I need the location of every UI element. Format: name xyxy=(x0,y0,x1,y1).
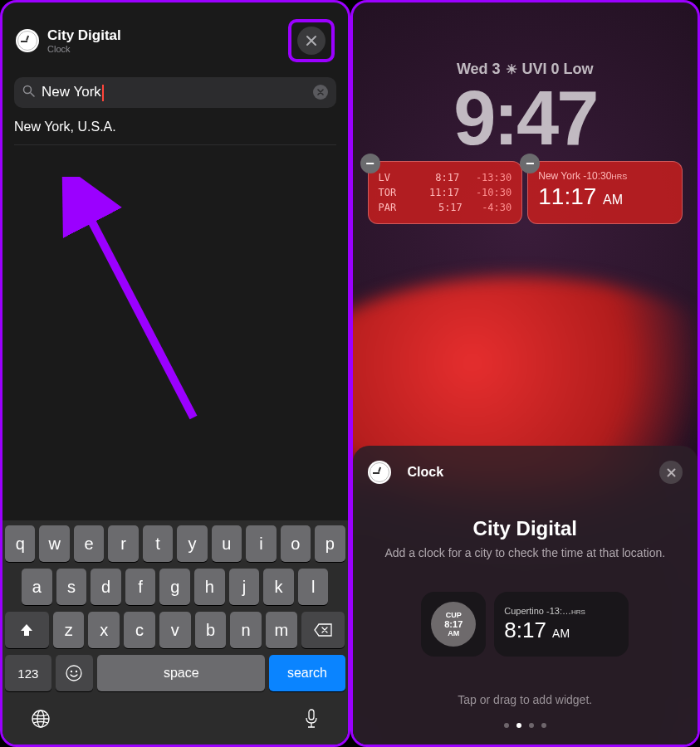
lockscreen-time[interactable]: 9:47 xyxy=(353,80,698,156)
key-e[interactable]: e xyxy=(74,525,104,562)
offset-label: -10:30 xyxy=(583,170,611,182)
key-x[interactable]: x xyxy=(88,612,120,648)
widget-option-medium[interactable]: Cupertino -13:…HRS 8:17 AM xyxy=(494,592,629,657)
key-u[interactable]: u xyxy=(212,525,242,562)
key-s[interactable]: s xyxy=(56,569,87,605)
key-f[interactable]: f xyxy=(125,569,156,605)
globe-key[interactable] xyxy=(30,708,51,735)
search-input[interactable]: New York xyxy=(42,84,313,101)
svg-point-4 xyxy=(71,671,72,672)
widget-option-small[interactable]: CUP 8:17 AM xyxy=(421,592,486,657)
widget-picker-sheet: Clock City Digital Add a clock for a cit… xyxy=(353,446,698,745)
svg-line-1 xyxy=(31,93,34,96)
svg-rect-9 xyxy=(309,710,314,720)
lockscreen-widgets-row: − LV8:17-13:30TOR11:17-10:30PAR5:17-4:30… xyxy=(368,161,683,224)
close-icon xyxy=(306,35,317,46)
world-clock-widget-newyork[interactable]: − New York -10:30HRS 11:17 AM xyxy=(527,161,683,224)
key-v[interactable]: v xyxy=(159,612,191,648)
time-label: 11:17 xyxy=(538,183,596,209)
hrs-label: HRS xyxy=(611,173,627,181)
emoji-key[interactable] xyxy=(56,655,94,691)
phone-left-city-search: City Digital Clock New York New York, U.… xyxy=(0,0,350,747)
page-dots[interactable] xyxy=(368,723,683,728)
search-key[interactable]: search xyxy=(269,655,345,691)
opt-am: AM xyxy=(552,627,570,640)
widget-description: Add a clock for a city to check the time… xyxy=(368,545,683,562)
search-field-row[interactable]: New York xyxy=(14,77,336,108)
close-highlight-box xyxy=(288,19,335,62)
key-r[interactable]: r xyxy=(108,525,138,562)
header-title-block: City Digital Clock xyxy=(47,27,121,54)
key-q[interactable]: q xyxy=(5,525,35,562)
opt-offset: -13:… xyxy=(546,606,571,616)
ampm-label: AM xyxy=(603,193,623,207)
close-button[interactable] xyxy=(297,27,326,55)
opt-am: AM xyxy=(448,629,459,637)
key-n[interactable]: n xyxy=(230,612,262,648)
result-new-york[interactable]: New York, U.S.A. xyxy=(14,120,336,145)
sheet-title: City Digital xyxy=(47,27,121,44)
emoji-icon xyxy=(65,664,83,682)
key-d[interactable]: d xyxy=(91,569,121,605)
svg-line-2 xyxy=(77,193,193,417)
key-c[interactable]: c xyxy=(124,612,155,648)
sheet-subtitle: Clock xyxy=(47,44,121,54)
clock-icon xyxy=(368,461,391,484)
backspace-icon xyxy=(314,623,332,637)
sheet-app-name: Clock xyxy=(408,465,444,480)
key-k[interactable]: k xyxy=(263,569,294,605)
key-w[interactable]: w xyxy=(39,525,69,562)
key-l[interactable]: l xyxy=(298,569,329,605)
key-h[interactable]: h xyxy=(194,569,225,605)
shift-key[interactable] xyxy=(5,612,49,648)
key-p[interactable]: p xyxy=(315,525,345,562)
key-m[interactable]: m xyxy=(266,612,297,648)
widget-name: City Digital xyxy=(368,517,683,540)
key-b[interactable]: b xyxy=(195,612,227,648)
numbers-key[interactable]: 123 xyxy=(5,655,51,691)
widget-city-row: TOR11:17-10:30 xyxy=(379,185,512,200)
city-label: New York xyxy=(538,170,580,182)
ios-keyboard: qwertyuiop asdfghjkl zxcvbnm 123 space s… xyxy=(2,520,348,745)
key-z[interactable]: z xyxy=(53,612,85,648)
backspace-key[interactable] xyxy=(301,612,345,648)
widget-city-row: PAR5:17-4:30 xyxy=(379,200,512,215)
svg-point-5 xyxy=(76,671,77,672)
key-o[interactable]: o xyxy=(281,525,311,562)
hrs-label: HRS xyxy=(571,608,585,616)
lockscreen-top: Wed 3 ☀ UVI 0 Low 9:47 xyxy=(353,2,698,156)
shift-icon xyxy=(19,622,34,637)
svg-point-0 xyxy=(24,86,32,94)
key-j[interactable]: j xyxy=(229,569,260,605)
close-icon xyxy=(667,468,676,477)
opt-time: 8:17 xyxy=(444,619,463,629)
annotation-arrow-icon xyxy=(52,177,218,426)
svg-point-3 xyxy=(66,666,81,681)
remove-widget-button[interactable]: − xyxy=(520,154,540,173)
space-key[interactable]: space xyxy=(97,655,265,691)
opt-time: 8:17 xyxy=(504,618,546,642)
x-small-icon xyxy=(317,89,324,95)
mic-icon xyxy=(302,708,321,730)
globe-icon xyxy=(30,708,51,730)
key-t[interactable]: t xyxy=(143,525,173,562)
search-icon xyxy=(22,85,35,100)
search-sheet-header: City Digital Clock xyxy=(2,2,348,72)
close-sheet-button[interactable] xyxy=(659,461,683,484)
clear-search-button[interactable] xyxy=(313,85,328,100)
opt-city: CUP xyxy=(446,611,462,619)
dictation-key[interactable] xyxy=(302,708,321,735)
clock-icon xyxy=(16,29,39,52)
key-y[interactable]: y xyxy=(177,525,207,562)
widget-size-options: CUP 8:17 AM Cupertino -13:…HRS 8:17 AM xyxy=(368,592,683,657)
key-i[interactable]: i xyxy=(246,525,276,562)
hint-text: Tap or drag to add widget. xyxy=(368,693,683,706)
remove-widget-button[interactable]: − xyxy=(360,154,380,173)
phone-right-lock-screen-config: Wed 3 ☀ UVI 0 Low 9:47 − LV8:17-13:30TOR… xyxy=(350,0,701,747)
opt-city: Cupertino xyxy=(504,606,544,616)
key-a[interactable]: a xyxy=(22,569,52,605)
widget-city-row: LV8:17-13:30 xyxy=(379,170,512,185)
world-clock-widget-left[interactable]: − LV8:17-13:30TOR11:17-10:30PAR5:17-4:30 xyxy=(368,161,523,224)
key-g[interactable]: g xyxy=(159,569,190,605)
